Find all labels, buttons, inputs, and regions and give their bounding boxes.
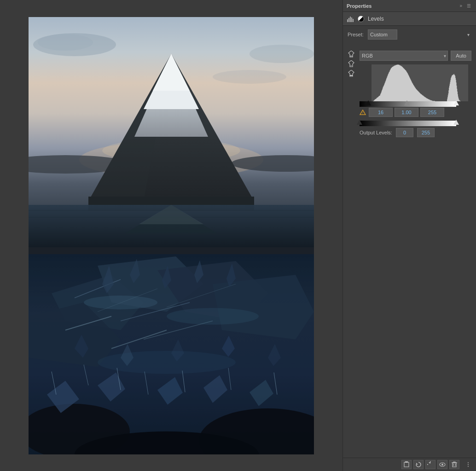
canvas-area xyxy=(0,0,342,471)
channel-select-wrapper: RGB Red Green Blue xyxy=(360,51,448,61)
svg-rect-63 xyxy=(347,19,348,22)
midtone-input[interactable] xyxy=(395,108,418,117)
panel-content: Preset: Custom xyxy=(343,26,476,47)
photo-svg xyxy=(29,17,314,454)
svg-point-84 xyxy=(468,462,469,463)
svg-rect-64 xyxy=(348,18,349,22)
svg-rect-68 xyxy=(350,56,353,57)
svg-rect-81 xyxy=(453,462,455,463)
channel-row: RGB Red Green Blue Auto xyxy=(360,51,471,61)
spacer xyxy=(343,141,476,454)
layer-visibility-circle[interactable] xyxy=(358,16,364,22)
white-point-handle[interactable] xyxy=(453,100,459,105)
svg-point-85 xyxy=(468,464,469,465)
preset-row: Preset: Custom xyxy=(348,29,471,40)
svg-point-43 xyxy=(98,351,236,374)
svg-point-60 xyxy=(38,34,93,51)
photo-container xyxy=(29,17,314,454)
svg-rect-74 xyxy=(405,461,408,463)
panel-options-button[interactable] xyxy=(463,460,473,469)
preset-select-wrapper: Custom xyxy=(368,29,471,40)
svg-point-41 xyxy=(84,296,157,309)
svg-rect-65 xyxy=(350,17,351,22)
delete-button[interactable] xyxy=(449,460,459,469)
reset-button[interactable] xyxy=(413,460,424,469)
warning-icon: ! xyxy=(360,110,366,115)
output-levels-row: Output Levels: xyxy=(360,128,471,137)
output-slider-container xyxy=(360,121,471,126)
input-values-row: ! xyxy=(360,108,471,117)
input-slider-track[interactable] xyxy=(360,101,456,107)
preset-select[interactable]: Custom xyxy=(368,29,397,40)
levels-controls-section: RGB Red Green Blue Auto xyxy=(343,47,476,141)
histogram-svg xyxy=(372,64,468,101)
main-controls: RGB Red Green Blue Auto xyxy=(360,51,471,137)
visibility-button[interactable] xyxy=(437,460,447,469)
svg-rect-73 xyxy=(404,462,409,467)
histogram-icon xyxy=(347,16,354,22)
svg-point-42 xyxy=(167,308,259,325)
gray-point-eyedropper[interactable] xyxy=(348,60,355,68)
collapse-button[interactable]: » xyxy=(458,3,464,9)
black-point-handle[interactable] xyxy=(366,100,371,105)
svg-rect-79 xyxy=(453,463,456,467)
auto-button[interactable]: Auto xyxy=(451,51,471,61)
properties-panel-header: Properties » ☰ xyxy=(343,0,476,12)
white-point-eyedropper[interactable] xyxy=(348,70,355,77)
histogram-section xyxy=(372,64,471,101)
svg-text:!: ! xyxy=(362,111,363,115)
output-label: Output Levels: xyxy=(360,130,392,135)
svg-point-61 xyxy=(250,45,314,63)
right-panel: Properties » ☰ Levels Preset: xyxy=(342,0,476,471)
levels-title: Levels xyxy=(368,16,384,22)
clip-to-layer-button[interactable] xyxy=(401,460,412,469)
properties-title: Properties xyxy=(347,3,372,9)
panel-menu-button[interactable]: ☰ xyxy=(465,3,472,9)
eyedropper-column xyxy=(348,51,355,77)
black-point-eyedropper[interactable] xyxy=(348,51,355,58)
svg-point-62 xyxy=(213,70,286,84)
svg-point-78 xyxy=(441,464,443,465)
svg-rect-66 xyxy=(351,17,352,22)
svg-rect-70 xyxy=(350,75,353,76)
preset-label: Preset: xyxy=(348,32,365,37)
output-slider-track[interactable] xyxy=(360,121,456,126)
highlight-input[interactable] xyxy=(420,108,444,117)
output-highlight-input[interactable] xyxy=(417,128,435,137)
input-slider-container xyxy=(360,101,471,107)
midtone-handle[interactable] xyxy=(404,100,410,105)
bottom-toolbar xyxy=(343,458,476,471)
output-black-handle[interactable] xyxy=(357,120,362,125)
svg-rect-67 xyxy=(353,19,354,22)
svg-rect-69 xyxy=(350,65,353,66)
output-white-handle[interactable] xyxy=(453,120,459,125)
svg-point-86 xyxy=(468,466,469,467)
output-shadow-input[interactable] xyxy=(396,128,413,137)
shadow-input[interactable] xyxy=(369,108,393,117)
levels-title-bar: Levels xyxy=(343,12,476,26)
warning-icon-area: ! xyxy=(360,110,366,115)
svg-marker-76 xyxy=(429,462,430,464)
channel-select[interactable]: RGB Red Green Blue xyxy=(360,51,448,61)
undo-button[interactable] xyxy=(425,460,435,469)
svg-marker-75 xyxy=(416,463,418,465)
